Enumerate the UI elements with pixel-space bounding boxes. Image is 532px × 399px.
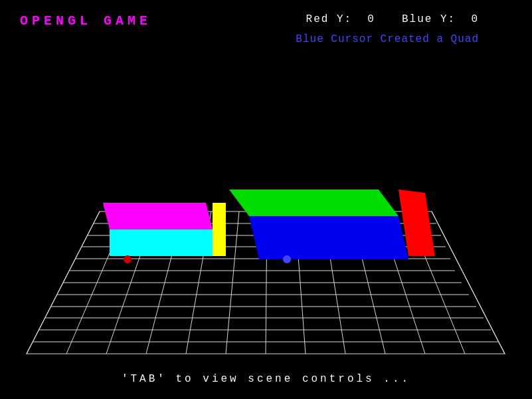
right-quad-front [249,216,408,259]
left-quad-top [103,203,213,229]
red-label: Red Y: [306,13,353,25]
app: OPENGL GAME Red Y: 0 Blue Y: 0 Blue Curs… [0,0,532,399]
footer-hint: 'TAB' to view scene controls ... [122,373,410,385]
header: OPENGL GAME Red Y: 0 Blue Y: 0 Blue Curs… [0,0,532,60]
blue-value: 0 [471,13,479,25]
red-value: 0 [367,13,375,25]
scores: Red Y: 0 Blue Y: 0 [306,13,479,25]
red-cursor[interactable] [124,255,132,263]
scene-svg [0,60,532,359]
blue-label: Blue Y: [402,13,456,25]
status-message: Blue Cursor Created a Quad [296,33,479,45]
blue-score: Blue Y: 0 [402,13,479,25]
blue-cursor[interactable] [283,255,291,263]
left-quad-right [213,203,226,256]
footer: 'TAB' to view scene controls ... [0,359,532,399]
app-title: OPENGL GAME [20,13,151,29]
right-quad-top [229,190,399,216]
red-score: Red Y: 0 [306,13,375,25]
scene [0,60,532,359]
left-quad-front [110,229,213,256]
